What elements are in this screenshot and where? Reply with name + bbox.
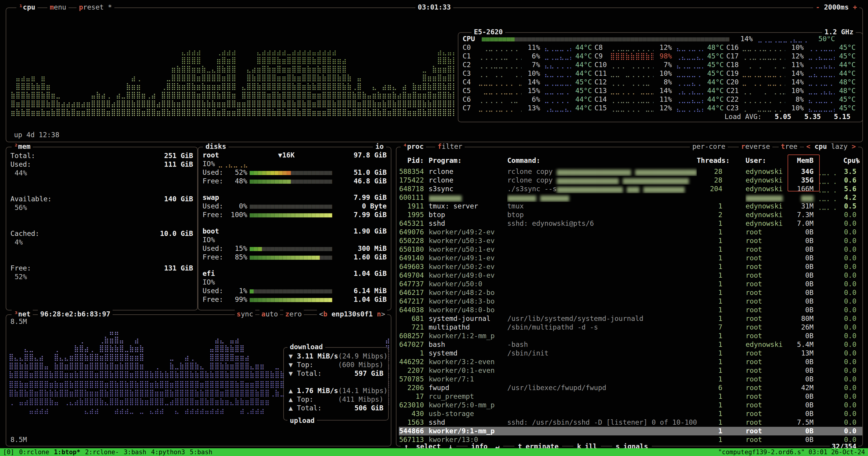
- core-name: C18: [726, 61, 742, 69]
- process-row[interactable]: 544866 kworker/9:1-mm_p 1 root 0B 0.0: [399, 427, 862, 435]
- process-row[interactable]: 681 systemd-journal /usr/lib/systemd/sys…: [399, 314, 862, 323]
- process-row[interactable]: 648718 s3sync ./s3sync --s▆▆▆▆▆▆▆▆▆▆▆▆▆▆…: [399, 184, 862, 193]
- interval-increase-button[interactable]: +: [853, 3, 857, 11]
- tree-toggle[interactable]: tree: [779, 142, 800, 151]
- process-row[interactable]: 649704 kworker/u49:0-ev 1 root 0B 0.0: [399, 271, 862, 280]
- net-sync-toggle[interactable]: sync: [235, 310, 255, 318]
- process-program: kworker/u48:3-bo: [429, 297, 505, 306]
- process-row[interactable]: 649076 kworker/u49:2-ev 1 root 0B 0.0: [399, 228, 862, 236]
- process-row[interactable]: 1 systemd /sbin/init 1 root 13M 0.0: [399, 349, 862, 358]
- process-threads: 1: [697, 245, 722, 254]
- process-row[interactable]: 2207 kworker/0:1-even 1 root 0B 0.0: [399, 366, 862, 375]
- process-row[interactable]: 647217 kworker/u48:3-bo 1 root 0B 0.0: [399, 297, 862, 306]
- cpu-total-meter: ■■■■■■■■■■■■■■■■■■■■■■■■■■■■■■■■■■■■■■■■…: [482, 35, 731, 43]
- column-header-user[interactable]: User:: [746, 156, 790, 165]
- process-row[interactable]: 1995 btop btop 2 edynowski 7.3M 0.0: [399, 210, 862, 219]
- tmux-window[interactable]: 5:bash: [190, 448, 212, 456]
- core-percent: 14%: [785, 69, 804, 78]
- process-row[interactable]: 623010 kworker/5:0-mm_p 1 root 0B 0.0: [399, 401, 862, 409]
- column-header-mem[interactable]: MemB: [790, 156, 813, 165]
- core-temp-graph: ⢀⣄⣀⣀⣄⣀⣄: [540, 104, 571, 112]
- tmux-window[interactable]: 0:rclone: [19, 448, 49, 456]
- core-usage-graph: ⣀⠀⢀⢀⠀⣀⣀⢀⢀⢀: [742, 78, 785, 86]
- scroll-up-indicator[interactable]: ↑: [855, 157, 859, 166]
- preset-button[interactable]: preset *: [76, 3, 114, 11]
- disks-panel-title[interactable]: disks: [203, 142, 228, 151]
- process-row[interactable]: 649140 kworker/u49:1-ev 1 root 0B 0.0: [399, 254, 862, 262]
- sort-prev-arrow[interactable]: <: [806, 143, 810, 150]
- process-cpu: 3.5: [843, 167, 857, 176]
- process-row[interactable]: 2206 fwupd /usr/libexec/fwupd/fwupd 6 ro…: [399, 383, 862, 392]
- column-header-threads[interactable]: Threads:: [697, 156, 722, 165]
- upload-scale: 8.5M: [10, 435, 27, 444]
- disk-name: root: [203, 151, 219, 160]
- interval-decrease-button[interactable]: -: [815, 3, 820, 11]
- process-panel-title[interactable]: ⁴proc: [401, 142, 426, 151]
- per-core-toggle[interactable]: per-core: [690, 142, 728, 151]
- process-row[interactable]: 446292 kworker/3:2-even 1 root 0B 0.0: [399, 358, 862, 366]
- filter-button[interactable]: filter: [435, 142, 465, 151]
- process-pid: 2206: [399, 383, 424, 392]
- process-row[interactable]: 647027 bash -bash 1 edynowski 5.4M 0.0: [399, 340, 862, 349]
- core-usage-graph: ⢀⢀⢀⢀⢀⠀⢀⣀⠀⢀: [478, 95, 522, 104]
- process-row[interactable]: 650228 kworker/u50:3-ev 1 root 0B 0.0: [399, 236, 862, 245]
- column-header-pid[interactable]: Pid:: [399, 156, 424, 165]
- core-temp: 45°C: [571, 86, 592, 95]
- disk-free-label: Free:: [203, 295, 223, 304]
- process-row[interactable]: 600111 ▆▆▆▆▆▆▆▆ ▆▆▆▆▆▆▆ ▆▆▆▆▆▆▆ ▆▆▆▆▆▆▆▆…: [399, 193, 862, 202]
- process-row[interactable]: 650180 kworker/u50:1-ev 1 root 0B 0.0: [399, 245, 862, 254]
- process-row[interactable]: 721 multipathd /sbin/multipathd -d -s 7 …: [399, 323, 862, 332]
- core-percent: 11%: [785, 61, 804, 69]
- process-cpu: 0.0: [843, 366, 857, 375]
- memory-panel-title[interactable]: ²mem: [11, 142, 33, 151]
- menu-button[interactable]: menu: [48, 3, 68, 11]
- process-row[interactable]: 430 usb-storage 1 root 0B 0.0: [399, 409, 862, 418]
- core-percent: 11%: [654, 95, 672, 104]
- process-row[interactable]: 1563 sshd sshd: /usr/sbin/sshd -D [liste…: [399, 418, 862, 427]
- core-temp: 44°C: [571, 61, 592, 69]
- process-row[interactable]: 647737 kworker/u50:0 1 root 0B 0.0: [399, 280, 862, 288]
- disk-section: efi 1.04 GiB IO% Used:1%■■■■■■■■■■■■■■■■…: [203, 269, 386, 304]
- process-row[interactable]: 17 rcu_preempt 1 root 0B 0.0: [399, 392, 862, 401]
- process-mem: 0B: [790, 254, 813, 262]
- sort-column-selector[interactable]: < cpu lazy >: [804, 142, 858, 151]
- net-interface-switcher[interactable]: <b enp130s0f1 n>: [317, 310, 387, 318]
- core-percent: 14%: [522, 78, 540, 86]
- disk-free-percent: 48%: [235, 177, 247, 186]
- disks-io-toggle[interactable]: io: [373, 142, 386, 151]
- column-header-program[interactable]: Program:: [429, 156, 505, 165]
- process-row[interactable]: 608257 kworker/1:2-mm_p 1 root 0B 0.0: [399, 332, 862, 340]
- column-header-command[interactable]: Command:: [507, 156, 697, 165]
- process-row[interactable]: 1911 tmux: server tmux 1 edynowski 31M ⢀…: [399, 202, 862, 210]
- process-threads: 1: [697, 392, 722, 401]
- disk-used-value: 51.0 GiB: [337, 168, 386, 177]
- column-header-cpu[interactable]: Cpu%: [843, 156, 857, 165]
- process-row[interactable]: 646217 kworker/u48:2-bo 1 root 0B 0.0: [399, 288, 862, 297]
- core-name: C21: [726, 86, 742, 95]
- tmux-window[interactable]: 3:bash: [124, 448, 146, 456]
- process-row[interactable]: 570785 kworker/7:1 1 root 0B 0.0: [399, 375, 862, 383]
- process-row[interactable]: 644038 kworker/u48:0-bo 1 root 0B 0.0: [399, 306, 862, 314]
- tmux-window[interactable]: 1:btop*: [54, 448, 81, 456]
- cpu-panel-title[interactable]: ¹cpu: [17, 3, 37, 11]
- process-row[interactable]: 645321 sshd sshd: edynowski@pts/6 1 edyn…: [399, 219, 862, 228]
- net-zero-toggle[interactable]: zero: [283, 310, 304, 318]
- core-temp-graph: ⣄⣀⣀⣀⣀⣄⣄: [804, 104, 835, 112]
- process-program: kworker/u48:0-bo: [429, 306, 505, 314]
- core-usage-graph: ⢀⢀⢀⢀⢀⢀⠀⢀⢀⠀: [742, 95, 785, 104]
- tmux-window[interactable]: 4:python3: [151, 448, 185, 456]
- process-row[interactable]: 588354 rclone rclone copy ▆▆▆▆▆▆▆▆▆▆▆▆▆▆…: [399, 167, 862, 176]
- sort-next-arrow[interactable]: >: [851, 143, 856, 150]
- reverse-toggle[interactable]: reverse: [739, 142, 772, 151]
- cpu-core-grid: C0 ⠀⢀⣀⢀⢀⢀⢀⢀⠀⠀ 11% ⣄⢀⣀⣀⢀⣄⢀ 44°C C1 ⢀⢀⢀⢀⢀⣀…: [463, 43, 858, 112]
- net-auto-toggle[interactable]: auto: [259, 310, 280, 318]
- process-row[interactable]: 175422 rclone rclone copy ▆▆▆▆▆▆▆▆▆▆▆▆▆▆…: [399, 176, 862, 184]
- tmux-window[interactable]: 2:rclone-: [85, 448, 119, 456]
- core-name: C14: [594, 95, 610, 104]
- process-threads: 7: [697, 323, 722, 332]
- core-name: C11: [594, 69, 610, 78]
- process-row[interactable]: 649603 kworker/u50:2-ev 1 root 0B 0.0: [399, 262, 862, 271]
- core-temp-graph: ⣀⢀⢀⢀⢀⢀⣀: [540, 95, 571, 104]
- process-mem: 0B: [790, 409, 813, 418]
- process-mem: 0B: [790, 245, 813, 254]
